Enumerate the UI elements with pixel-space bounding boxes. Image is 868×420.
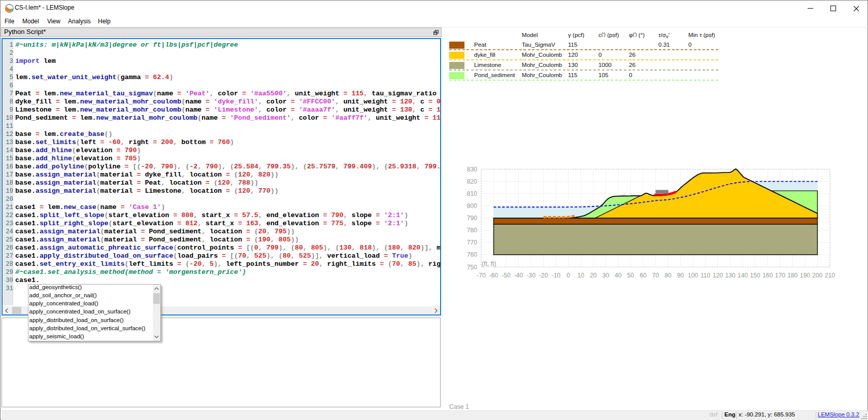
svg-text:-50: -50 <box>502 272 511 279</box>
svg-text:150: 150 <box>750 272 761 279</box>
svg-text:830: 830 <box>467 166 478 173</box>
svg-text:770: 770 <box>467 239 478 246</box>
svg-text:110: 110 <box>700 272 711 279</box>
svg-text:30: 30 <box>603 272 610 279</box>
svg-text:180: 180 <box>787 272 798 279</box>
svg-text:40: 40 <box>615 272 622 279</box>
svg-text:(ft, ft): (ft, ft) <box>482 260 496 267</box>
svg-text:210: 210 <box>825 272 836 279</box>
svg-text:50: 50 <box>627 272 635 279</box>
svg-text:750: 750 <box>467 264 478 271</box>
svg-text:-20: -20 <box>539 272 548 279</box>
svg-text:60: 60 <box>640 272 647 279</box>
svg-text:-60: -60 <box>489 272 498 279</box>
svg-text:790: 790 <box>467 215 478 222</box>
svg-text:-40: -40 <box>514 272 523 279</box>
svg-text:-70: -70 <box>477 272 486 279</box>
svg-text:170: 170 <box>775 272 786 279</box>
svg-text:100: 100 <box>688 272 698 279</box>
svg-text:800: 800 <box>467 202 478 209</box>
svg-text:140: 140 <box>738 272 748 279</box>
svg-text:80: 80 <box>664 272 672 279</box>
svg-text:-30: -30 <box>526 272 536 279</box>
svg-text:780: 780 <box>467 227 478 234</box>
svg-text:20: 20 <box>590 272 597 279</box>
svg-text:820: 820 <box>467 178 478 185</box>
svg-text:70: 70 <box>652 272 659 279</box>
svg-text:120: 120 <box>713 272 723 279</box>
svg-text:810: 810 <box>467 190 478 197</box>
svg-text:190: 190 <box>800 272 811 279</box>
svg-text:130: 130 <box>725 272 736 279</box>
svg-text:160: 160 <box>762 272 773 279</box>
svg-text:-10: -10 <box>551 272 560 279</box>
svg-text:10: 10 <box>577 272 584 279</box>
svg-text:90: 90 <box>677 272 684 279</box>
svg-text:0: 0 <box>566 272 570 279</box>
svg-text:760: 760 <box>467 251 478 258</box>
svg-text:200: 200 <box>812 272 823 279</box>
